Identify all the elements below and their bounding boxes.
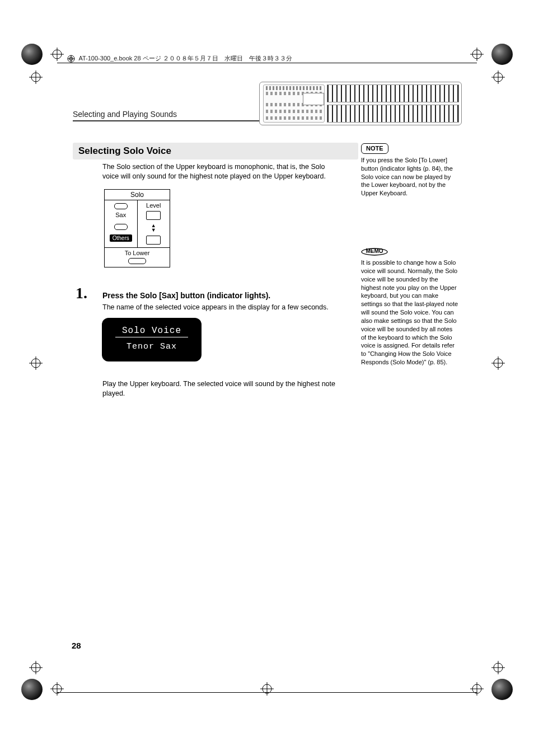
to-lower-label: To Lower: [105, 250, 170, 256]
memo-badge-icon: MEMO: [361, 246, 459, 256]
lcd-line-2: Tenor Sax: [127, 342, 177, 351]
crop-mark: [29, 356, 43, 370]
to-lower-button-icon: [128, 258, 146, 264]
sax-label: Sax: [115, 212, 126, 218]
svg-text:MEMO: MEMO: [366, 248, 383, 254]
lcd-display: Solo Voice Tenor Sax: [104, 320, 199, 359]
registration-dot-bl: [21, 679, 43, 700]
crop-mark: [470, 682, 484, 696]
memo-block: MEMO It is possible to change how a Solo…: [361, 246, 459, 367]
crop-mark: [491, 661, 505, 674]
section-intro: The Solo section of the Upper keyboard i…: [102, 162, 343, 181]
step-number: 1.: [76, 284, 87, 302]
upper-keys: [327, 84, 459, 102]
note-badge: NOTE: [361, 143, 388, 154]
lcd-line-1: Solo Voice: [115, 326, 188, 337]
note-text: If you press the Solo [To Lower] button …: [361, 156, 459, 198]
crop-mark: [29, 71, 43, 84]
keyboard-panel: [263, 84, 325, 123]
level-down-button-icon: [146, 236, 161, 245]
crop-mark: [50, 682, 64, 696]
crop-mark: [50, 48, 64, 61]
others-led-icon: [114, 224, 128, 230]
crop-mark: [260, 682, 274, 696]
others-label: Others: [110, 234, 132, 242]
registration-dot-tr: [491, 44, 513, 65]
page-number: 28: [72, 641, 81, 650]
step-body-2: Play the Upper keyboard. The selected vo…: [102, 379, 343, 398]
header-rule: [57, 63, 477, 63]
section-heading: Selecting Solo Voice: [73, 143, 358, 159]
registration-dot-br: [491, 679, 513, 700]
crop-mark: [491, 356, 505, 370]
print-header-text: AT-100-300_e.book 28 ページ ２００８年５月７日 水曜日 午…: [78, 55, 292, 62]
note-block: NOTE If you press the Solo [To Lower] bu…: [361, 143, 459, 198]
footer-rule: [57, 692, 477, 693]
registration-dot-tl: [21, 44, 43, 65]
print-header-meta: AT-100-300_e.book 28 ページ ２００８年５月７日 水曜日 午…: [67, 54, 292, 63]
lower-keys: [327, 105, 459, 123]
sax-led-icon: [114, 203, 128, 209]
level-arrows-icon: ▲▼: [151, 223, 156, 232]
level-up-button-icon: [146, 211, 161, 220]
solo-panel-title: Solo: [105, 190, 170, 200]
keyboard-illustration: [259, 82, 462, 125]
crop-mark: [29, 661, 43, 674]
solo-panel-diagram: Solo Sax Others Level ▲▼ To Lower: [104, 189, 170, 267]
crop-mark: [470, 48, 484, 61]
level-label: Level: [146, 202, 161, 209]
crop-mark: [491, 71, 505, 84]
step-body-1: The name of the selected voice appears i…: [102, 303, 343, 311]
book-spiral-icon: [67, 55, 75, 63]
memo-text: It is possible to change how a Solo voic…: [361, 259, 459, 367]
running-head: Selecting and Playing Sounds: [73, 110, 177, 119]
step-heading: Press the Solo [Sax] button (indicator l…: [102, 291, 270, 300]
